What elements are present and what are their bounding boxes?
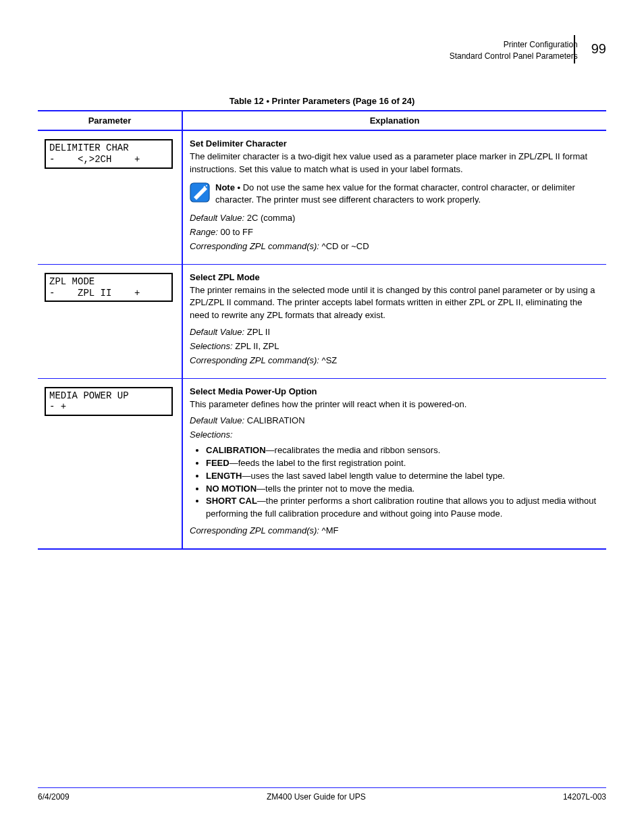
row-title: Set Delimiter Character [190,138,287,149]
kv-default-label: Default Value: [190,327,247,337]
col-header-explanation: Explanation [182,111,606,130]
note: Note • Do not use the same hex value for… [190,182,599,207]
footer-center: ZM400 User Guide for UPS [267,792,366,802]
kv-default-value: 2C (comma) [247,213,296,223]
kv-zpl-value: ^MF [319,525,338,536]
lcd-display: ZPL MODE - ZPL II + [45,273,173,303]
kv-zpl-label: Corresponding ZPL command(s): [190,241,319,251]
note-body: Do not use the same hex value for the fo… [215,182,575,205]
row-title: Select ZPL Mode [190,272,260,282]
kv-zpl-value: ^SZ [319,355,337,365]
note-label: Note • [215,182,243,192]
row-body: The printer remains in the selected mode… [190,284,599,323]
row-body: This parameter defines how the printer w… [190,398,599,411]
row-title: Select Media Power-Up Option [190,386,317,396]
lcd-display: MEDIA POWER UP - + [45,387,173,417]
kv-range-value: 00 to FF [221,227,253,237]
footer-left: 6/4/2009 [38,792,70,802]
header-section: Printer Configuration [450,39,578,51]
row-body: The delimiter character is a two-digit h… [190,151,599,176]
kv-range-label: Range: [190,227,221,237]
lcd-line1: ZPL MODE [49,276,95,287]
svg-point-2 [204,186,206,188]
list-item: LENGTH—uses the last saved label length … [206,470,599,483]
kv-default-value: ZPL II [247,327,270,337]
kv-selections-label: Selections: [190,429,233,440]
table-caption: Table 12 • Printer Parameters (Page 16 o… [38,96,606,106]
table-row: DELIMITER CHAR - <,>2CH + Set Delimiter … [38,130,606,264]
table-row: ZPL MODE - ZPL II + Select ZPL Mode The … [38,264,606,378]
kv-selections-label: Selections: [190,341,235,351]
table-row: MEDIA POWER UP - + Select Media Power-Up… [38,378,606,549]
lcd-line1: MEDIA POWER UP [49,390,129,401]
list-item: FEED—feeds the label to the first regist… [206,457,599,470]
kv-selections-value: ZPL II, ZPL [235,341,279,351]
col-header-parameter: Parameter [38,111,182,130]
lcd-line2: - + [49,401,66,412]
lcd-line2: - ZPL II + [49,288,140,298]
list-item: SHORT CAL—the printer performs a short c… [206,495,599,521]
kv-default-label: Default Value: [190,415,247,425]
list-item: NO MOTION—tells the printer not to move … [206,483,599,496]
kv-zpl-value: ^CD or ~CD [319,241,369,251]
footer-right: 14207L-003 [563,792,606,802]
lcd-display: DELIMITER CHAR - <,>2CH + [45,139,173,169]
list-item: CALIBRATION—recalibrates the media and r… [206,444,599,457]
header-subsection: Standard Control Panel Parameters [450,51,578,62]
kv-default-label: Default Value: [190,213,247,223]
lcd-line1: DELIMITER CHAR [49,142,129,153]
page-number: 99 [591,39,606,58]
note-icon [190,182,210,203]
parameters-table: Parameter Explanation DELIMITER CHAR - <… [38,110,606,550]
page-footer: 6/4/2009 ZM400 User Guide for UPS 14207L… [38,787,606,802]
lcd-line2: - <,>2CH + [49,154,140,165]
svg-point-3 [206,185,207,186]
kv-zpl-label: Corresponding ZPL command(s): [190,525,319,536]
kv-zpl-label: Corresponding ZPL command(s): [190,355,319,365]
page-header: Printer Configuration Standard Control P… [450,39,606,62]
kv-default-value: CALIBRATION [247,415,305,425]
